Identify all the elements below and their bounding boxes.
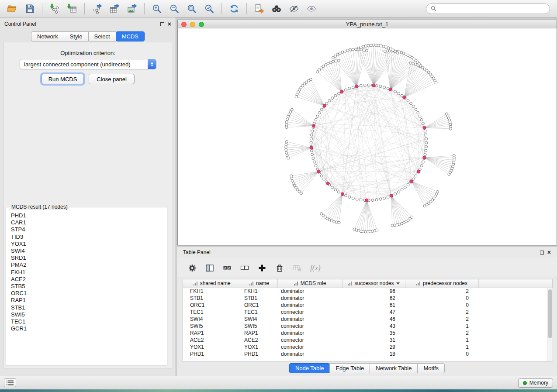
table-row[interactable]: PHD1PHD1dominator180: [183, 351, 553, 358]
list-item[interactable]: GCR1: [11, 325, 162, 332]
find-button[interactable]: [269, 2, 284, 16]
table-row[interactable]: YOX1YOX1connector291: [183, 344, 553, 351]
select-all-icon[interactable]: [223, 264, 232, 272]
table-row[interactable]: STB1STB1dominator620: [183, 295, 553, 302]
close-panel-button[interactable]: Close panel: [89, 74, 135, 84]
open-folder-icon: [7, 3, 17, 14]
table-row[interactable]: FKH1FKH1dominator962: [183, 288, 553, 295]
table-row[interactable]: RAP1RAP1dominator352: [183, 330, 553, 337]
status-bar: Memory: [0, 376, 557, 389]
list-item[interactable]: PMA2: [11, 261, 162, 268]
list-icon: [7, 380, 14, 385]
zoom-selected-button[interactable]: [201, 2, 217, 16]
list-item[interactable]: SRD1: [11, 254, 162, 261]
list-item[interactable]: STP4: [11, 226, 162, 233]
mcds-tab-content: Optimization criterion: largest connecte…: [3, 42, 172, 369]
zoom-fit-button[interactable]: [184, 2, 200, 16]
float-panel-icon[interactable]: [540, 251, 544, 254]
tab-select[interactable]: Select: [88, 31, 116, 41]
zoom-out-button[interactable]: [166, 2, 182, 16]
function-builder-icon[interactable]: f(x): [310, 264, 321, 272]
list-item[interactable]: STB5: [11, 283, 162, 290]
table-row[interactable]: ORC1ORC1dominator610: [183, 302, 553, 309]
memory-button[interactable]: Memory: [518, 378, 553, 388]
import-table-button[interactable]: [64, 2, 80, 16]
table-row[interactable]: TEC1TEC1connector472: [183, 309, 553, 316]
scrollbar-thumb[interactable]: [548, 289, 552, 338]
table-row[interactable]: SWI4SWI4dominator462: [183, 316, 553, 323]
save-floppy-icon: [24, 3, 35, 14]
toolbar-divider: [42, 3, 42, 14]
network-canvas[interactable]: [178, 28, 557, 245]
list-item[interactable]: SWI4: [11, 248, 162, 254]
table-panel-tabs: Node TableEdge TableNetwork TableMotifs: [177, 363, 557, 373]
control-panel-header: Control Panel ×: [0, 17, 176, 27]
share-document-icon: [254, 3, 264, 14]
sort-icon: [249, 281, 254, 286]
export-network-button[interactable]: [89, 2, 105, 16]
list-item[interactable]: YOX1: [11, 241, 162, 248]
table-row[interactable]: ACE2ACE2connector311: [183, 337, 553, 344]
search-input[interactable]: [439, 6, 545, 12]
show-graphics-button[interactable]: [304, 2, 319, 16]
run-mcds-button[interactable]: Run MCDS: [42, 74, 84, 84]
export-image-icon: [127, 3, 137, 14]
close-panel-icon[interactable]: ×: [168, 22, 171, 26]
list-item[interactable]: CAR1: [11, 219, 162, 226]
list-item[interactable]: TEC1: [11, 318, 162, 325]
search-icon: [431, 6, 436, 11]
tab-style[interactable]: Style: [64, 31, 89, 41]
share-document-button[interactable]: [251, 2, 267, 16]
export-network-icon: [92, 3, 102, 14]
tab-mcds[interactable]: MCDS: [116, 31, 145, 41]
list-item[interactable]: STB1: [11, 304, 162, 311]
column-visibility-icon[interactable]: [205, 264, 214, 272]
optimization-criterion-label: Optimization criterion:: [4, 50, 172, 56]
add-column-icon[interactable]: [258, 264, 266, 272]
zoom-in-button[interactable]: [149, 2, 165, 16]
column-header[interactable]: shared name: [183, 279, 241, 288]
tab-edge-table[interactable]: Edge Table: [329, 363, 370, 373]
refresh-styles-button[interactable]: [226, 2, 242, 16]
list-item[interactable]: RAP1: [11, 297, 162, 304]
delete-column-icon[interactable]: [275, 264, 284, 272]
column-header[interactable]: successor nodes: [342, 279, 405, 288]
import-network-button[interactable]: [47, 2, 62, 16]
tab-node-table[interactable]: Node Table: [289, 363, 330, 373]
export-table-button[interactable]: [107, 2, 122, 16]
list-item[interactable]: SWI5: [11, 311, 162, 318]
table-settings-gear-icon[interactable]: [188, 264, 197, 272]
open-button[interactable]: [4, 2, 20, 16]
column-header[interactable]: name: [241, 279, 277, 288]
list-item[interactable]: TID3: [11, 234, 162, 241]
tab-network-table[interactable]: Network Table: [370, 363, 418, 373]
tab-motifs[interactable]: Motifs: [417, 363, 445, 373]
zoom-selected-icon: [204, 3, 214, 14]
eye-slash-icon: [289, 3, 299, 14]
list-item[interactable]: ACE2: [11, 276, 162, 283]
save-button[interactable]: [22, 2, 38, 16]
network-window-titlebar[interactable]: YPA_prune.txt_1: [178, 20, 557, 28]
import-network-icon: [49, 3, 60, 14]
column-header[interactable]: MCDS role: [277, 279, 342, 288]
column-header[interactable]: predecessor nodes: [405, 279, 478, 288]
desktop-wallpaper-strip: [0, 389, 557, 392]
task-history-button[interactable]: [4, 378, 16, 387]
tab-network[interactable]: Network: [31, 31, 64, 41]
export-image-button[interactable]: [124, 2, 140, 16]
list-item[interactable]: PHD1: [11, 212, 162, 219]
table-scrollbar[interactable]: [547, 288, 553, 361]
binoculars-icon: [271, 3, 282, 14]
list-item[interactable]: ORC1: [11, 290, 162, 297]
deselect-all-icon[interactable]: [240, 264, 249, 272]
export-table-icon: [109, 3, 120, 14]
node-table-header-row: shared namenameMCDS rolesuccessor nodesp…: [183, 279, 553, 288]
hide-graphics-button[interactable]: [286, 2, 302, 16]
list-item[interactable]: FKH1: [11, 269, 162, 276]
close-panel-icon[interactable]: ×: [547, 250, 551, 254]
float-panel-icon[interactable]: [160, 22, 164, 26]
table-row[interactable]: SWI5SWI5connector431: [183, 323, 553, 330]
sort-icon: [193, 281, 198, 286]
criterion-dropdown[interactable]: largest connected component (undirected): [20, 59, 156, 69]
control-panel: Control Panel × NetworkStyleSelectMCDS O…: [0, 17, 176, 376]
